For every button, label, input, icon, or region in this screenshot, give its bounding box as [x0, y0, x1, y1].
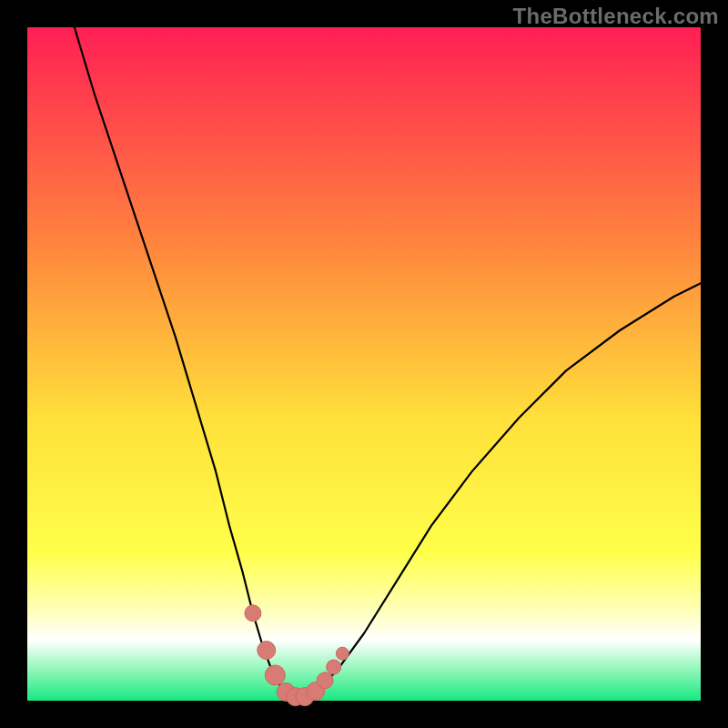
- curve-marker: [258, 642, 276, 660]
- curve-marker: [327, 660, 341, 674]
- watermark-text: TheBottleneck.com: [513, 4, 719, 29]
- curve-marker: [245, 605, 261, 622]
- curve-marker: [336, 647, 349, 660]
- gradient-background: [27, 27, 701, 701]
- bottleneck-chart: [0, 0, 728, 728]
- curve-marker: [317, 672, 333, 689]
- chart-frame: { "watermark": "TheBottleneck.com", "col…: [0, 0, 728, 728]
- curve-marker: [265, 665, 285, 685]
